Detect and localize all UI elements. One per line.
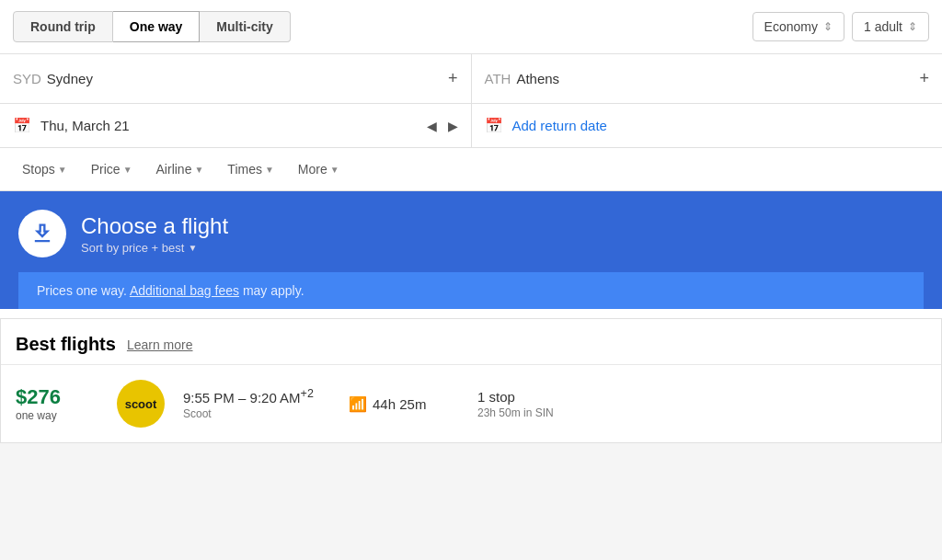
origin-code: SYD: [13, 71, 41, 86]
date-row: 📅 Thu, March 21 ◀ ▶ 📅 Add return date: [0, 104, 942, 148]
destination-input[interactable]: ATH Athens +: [472, 54, 943, 103]
filter-times[interactable]: Times ▼: [218, 157, 283, 181]
filter-stops-label: Stops: [22, 162, 55, 177]
stops-col: 1 stop 23h 50m in SIN: [477, 389, 588, 419]
filter-more-label: More: [298, 162, 327, 177]
sort-dropdown-icon: ▼: [188, 243, 197, 253]
stops-text: 1 stop: [477, 389, 588, 405]
blue-banner: Choose a flight Sort by price + best ▼ P…: [0, 191, 942, 309]
filter-airline[interactable]: Airline ▼: [147, 157, 213, 181]
airline-short-name: scoot: [125, 397, 157, 411]
cabin-class-dropdown[interactable]: Economy ⇕: [752, 12, 844, 41]
return-date-input[interactable]: 📅 Add return date: [472, 104, 943, 147]
choose-flight-title: Choose a flight: [81, 213, 228, 239]
sort-label: Sort by price + best: [81, 241, 184, 255]
tabs-row: Round trip One way Multi-city Economy ⇕ …: [0, 0, 942, 54]
flight-duration: 44h 25m: [373, 396, 426, 412]
sort-row[interactable]: Sort by price + best ▼: [81, 241, 228, 255]
airline-name: Scoot: [183, 407, 330, 420]
arrival-time: 9:20 AM: [250, 390, 301, 406]
more-dropdown-icon: ▼: [330, 165, 339, 175]
filter-price-label: Price: [91, 162, 121, 177]
filter-price[interactable]: Price ▼: [82, 157, 142, 181]
calendar-icon: 📅: [13, 117, 31, 134]
trip-type-tabs: Round trip One way Multi-city: [13, 11, 291, 42]
best-flights-section: Best flights Learn more $276 one way sco…: [0, 318, 942, 443]
prices-notice: Prices one way. Additional bag fees may …: [18, 272, 924, 309]
add-return-link[interactable]: Add return date: [512, 118, 607, 133]
price-label: one way: [16, 409, 98, 422]
cabin-class-arrow-icon: ⇕: [823, 20, 833, 33]
date-next-icon[interactable]: ▶: [448, 119, 458, 133]
price-dropdown-icon: ▼: [123, 165, 132, 175]
destination-city: Athens: [516, 71, 559, 86]
duration-col: 📶 44h 25m: [349, 395, 459, 413]
filter-row: Stops ▼ Price ▼ Airline ▼ Times ▼ More ▼: [0, 148, 942, 191]
wifi-icon: 📶: [349, 395, 367, 413]
origin-city: Sydney: [47, 71, 93, 86]
flight-time: 9:55 PM – 9:20 AM+2: [183, 387, 330, 406]
filter-stops[interactable]: Stops ▼: [13, 157, 76, 181]
passengers-arrow-icon: ⇕: [908, 20, 917, 33]
date-nav: ◀ ▶: [427, 119, 458, 133]
bag-fees-link[interactable]: Additional bag fees: [130, 283, 239, 298]
stops-detail: 23h 50m in SIN: [477, 406, 588, 419]
departure-date-input[interactable]: 📅 Thu, March 21 ◀ ▶: [0, 104, 472, 147]
may-apply-text: may apply.: [239, 283, 304, 298]
choose-flight-text: Choose a flight Sort by price + best ▼: [81, 213, 228, 255]
price-amount: $276: [16, 385, 98, 409]
cabin-class-label: Economy: [764, 19, 818, 34]
best-flights-header: Best flights Learn more: [1, 319, 941, 365]
airline-dropdown-icon: ▼: [194, 165, 203, 175]
origin-input[interactable]: SYD Sydney +: [0, 54, 472, 103]
flight-row[interactable]: $276 one way scoot 9:55 PM – 9:20 AM+2 S…: [1, 365, 941, 442]
times-dropdown-icon: ▼: [265, 165, 274, 175]
departure-time: 9:55 PM: [183, 390, 235, 406]
flight-time-col: 9:55 PM – 9:20 AM+2 Scoot: [183, 387, 330, 420]
passengers-dropdown[interactable]: 1 adult ⇕: [852, 12, 929, 41]
download-icon: [29, 221, 55, 246]
time-separator: –: [238, 390, 250, 406]
origin-plus-icon[interactable]: +: [448, 69, 458, 88]
choose-flight-row: Choose a flight Sort by price + best ▼: [18, 210, 924, 272]
destination-code: ATH: [485, 71, 511, 86]
learn-more-link[interactable]: Learn more: [127, 337, 193, 352]
passengers-label: 1 adult: [864, 19, 902, 34]
prices-notice-text: Prices one way.: [37, 283, 130, 298]
tab-multi-city[interactable]: Multi-city: [200, 11, 290, 42]
departure-date-label: Thu, March 21: [40, 118, 130, 133]
destination-plus-icon[interactable]: +: [919, 69, 929, 88]
return-calendar-icon: 📅: [485, 117, 503, 134]
arrival-day-suffix: +2: [301, 387, 314, 400]
stops-dropdown-icon: ▼: [58, 165, 67, 175]
tab-round-trip[interactable]: Round trip: [13, 11, 113, 42]
main-container: Round trip One way Multi-city Economy ⇕ …: [0, 0, 942, 443]
tab-one-way[interactable]: One way: [113, 11, 201, 42]
download-icon-circle: [18, 210, 66, 257]
date-prev-icon[interactable]: ◀: [427, 119, 437, 133]
filter-airline-label: Airline: [156, 162, 192, 177]
price-col: $276 one way: [16, 385, 98, 422]
search-row: SYD Sydney + ATH Athens +: [0, 54, 942, 104]
best-flights-title: Best flights: [16, 334, 116, 355]
airline-logo: scoot: [117, 380, 165, 428]
filter-times-label: Times: [227, 162, 262, 177]
filter-more[interactable]: More ▼: [289, 157, 349, 181]
